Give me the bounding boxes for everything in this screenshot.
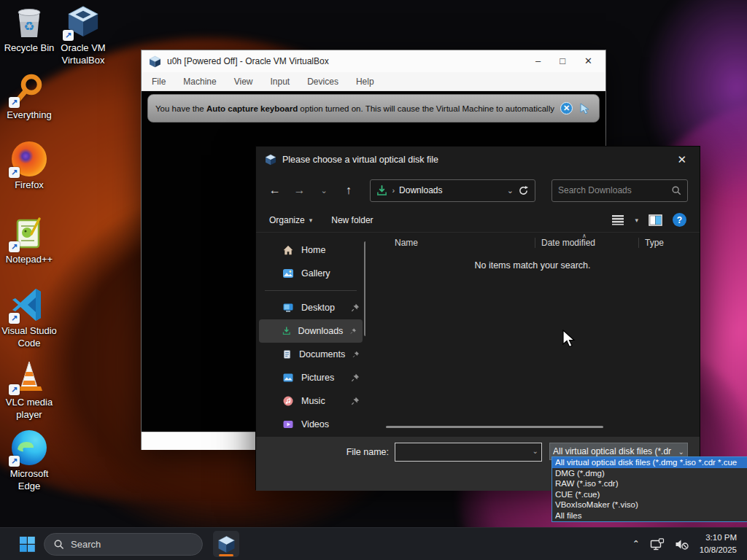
videos-icon xyxy=(282,419,294,430)
desktop-icon-vscode[interactable]: ↗ Visual Studio Code xyxy=(0,287,60,350)
organize-button[interactable]: Organize▾ xyxy=(269,215,312,225)
address-dropdown-icon[interactable]: ⌄ xyxy=(507,186,514,195)
recycle-bin-icon: ♻ xyxy=(12,4,47,39)
file-name-input[interactable] xyxy=(395,443,541,461)
search-input[interactable] xyxy=(558,185,671,195)
svg-text:♻: ♻ xyxy=(23,20,34,34)
vm-menu-help[interactable]: Help xyxy=(356,77,374,87)
file-type-option[interactable]: All files xyxy=(552,510,747,521)
file-type-option[interactable]: All virtual optical disk files (*.dmg *.… xyxy=(552,457,747,468)
sidebar-item-downloads[interactable]: Downloads xyxy=(259,319,363,343)
desktop-icon-label: Firefox xyxy=(0,179,60,192)
file-type-option[interactable]: RAW (*.iso *.cdr) xyxy=(552,478,747,489)
dialog-icon xyxy=(265,154,276,166)
column-header-type[interactable]: Type xyxy=(638,238,664,248)
vm-menu-input[interactable]: Input xyxy=(271,77,290,87)
address-bar[interactable]: › Downloads ⌄ xyxy=(370,179,535,202)
file-type-option[interactable]: VBoxIsoMaker (*.viso) xyxy=(552,499,747,510)
notification-close-icon[interactable]: ✕ xyxy=(560,102,573,114)
taskbar-search[interactable]: Search xyxy=(44,533,203,556)
sort-indicator-icon: ∧ xyxy=(582,233,587,239)
search-icon xyxy=(671,185,681,195)
tray-overflow-icon[interactable]: ⌃ xyxy=(632,539,640,549)
vscode-icon: ↗ xyxy=(12,287,47,322)
shortcut-arrow-icon: ↗ xyxy=(9,384,20,395)
dialog-body: Home Gallery Desktop xyxy=(256,233,700,437)
help-icon[interactable]: ? xyxy=(673,213,686,227)
sidebar-item-desktop[interactable]: Desktop xyxy=(256,296,365,319)
taskbar: Search ⌃ 3:10 PM 10/8/2025 xyxy=(0,527,747,560)
sidebar-item-home[interactable]: Home xyxy=(256,238,365,262)
downloads-folder-icon xyxy=(376,185,387,196)
breadcrumb-location[interactable]: Downloads xyxy=(399,185,503,195)
sidebar-item-label: Downloads xyxy=(298,326,344,336)
volume-muted-icon[interactable] xyxy=(675,538,689,551)
search-icon xyxy=(53,539,64,550)
start-button[interactable] xyxy=(15,532,39,556)
empty-folder-message: No items match your search. xyxy=(365,260,700,271)
file-type-dropdown-list: All virtual optical disk files (*.dmg *.… xyxy=(551,456,747,522)
dialog-sidebar: Home Gallery Desktop xyxy=(256,233,365,437)
sidebar-item-gallery[interactable]: Gallery xyxy=(256,262,365,285)
documents-icon xyxy=(282,349,292,360)
sidebar-item-pictures[interactable]: Pictures xyxy=(256,366,365,389)
pin-icon xyxy=(352,350,360,359)
vm-menu-machine[interactable]: Machine xyxy=(183,77,216,87)
sidebar-separator xyxy=(265,290,357,291)
horizontal-scrollbar[interactable] xyxy=(386,426,603,428)
up-button[interactable]: ↑ xyxy=(341,184,356,197)
sidebar-item-documents[interactable]: Documents xyxy=(256,343,365,366)
sidebar-item-label: Documents xyxy=(299,349,345,359)
virtualbox-icon: ↗ xyxy=(66,4,101,39)
vm-maximize-button[interactable]: □ xyxy=(560,50,565,72)
desktop-icon-firefox[interactable]: ↗ Firefox xyxy=(0,141,60,192)
clock-time: 3:10 PM xyxy=(700,532,737,544)
refresh-icon[interactable] xyxy=(518,185,529,196)
column-header-date-modified[interactable]: ∧Date modified xyxy=(535,238,638,248)
vm-titlebar[interactable]: u0h [Powered Off] - Oracle VM VirtualBox… xyxy=(142,50,605,72)
vm-minimize-button[interactable]: – xyxy=(535,50,541,72)
desktop-icon-virtualbox[interactable]: ↗ Oracle VM VirtualBox xyxy=(53,4,114,67)
virtualbox-taskbar-icon xyxy=(217,535,236,553)
desktop-icon-edge[interactable]: ↗ Microsoft Edge xyxy=(0,430,60,493)
chevron-down-icon[interactable]: ⌄ xyxy=(533,447,538,455)
sidebar-item-label: Gallery xyxy=(301,268,330,279)
dialog-titlebar[interactable]: Please choose a virtual optical disk fil… xyxy=(256,147,700,173)
column-headers: Name ∧Date modified Type xyxy=(365,233,700,253)
dialog-close-button[interactable]: ✕ xyxy=(673,153,691,166)
sidebar-item-videos[interactable]: Videos xyxy=(256,413,365,436)
desktop-icon-recycle-bin[interactable]: ♻ Recycle Bin xyxy=(0,4,60,55)
dialog-toolbar: Organize▾ New folder ▾ ? xyxy=(256,208,700,233)
network-icon[interactable] xyxy=(650,538,665,551)
chevron-down-icon: ▾ xyxy=(309,217,313,224)
shortcut-arrow-icon: ↗ xyxy=(9,456,20,467)
taskbar-clock[interactable]: 3:10 PM 10/8/2025 xyxy=(700,532,737,556)
view-mode-dropdown-icon[interactable]: ▾ xyxy=(635,217,638,224)
desktop-icon-everything[interactable]: ↗ Everything xyxy=(0,71,60,122)
desktop-icon-notepadpp[interactable]: ↗ Notepad++ xyxy=(0,216,60,266)
new-folder-button[interactable]: New folder xyxy=(331,215,373,225)
preview-pane-icon[interactable] xyxy=(649,214,662,226)
vm-close-button[interactable]: ✕ xyxy=(584,50,592,72)
vm-menu-file[interactable]: File xyxy=(152,77,166,87)
taskbar-virtualbox-app[interactable] xyxy=(213,531,239,557)
sidebar-item-label: Home xyxy=(301,245,325,255)
vm-menu-devices[interactable]: Devices xyxy=(307,77,338,87)
file-name-label: File name: xyxy=(256,443,395,462)
recent-locations-button[interactable]: ⌄ xyxy=(317,186,331,195)
desktop-icon-vlc[interactable]: ↗ VLC media player xyxy=(0,359,60,421)
search-box[interactable] xyxy=(551,179,688,202)
column-header-name[interactable]: Name xyxy=(365,238,535,248)
desktop-icon-label: Notepad++ xyxy=(0,254,60,266)
forward-button[interactable]: → xyxy=(293,184,307,197)
file-type-option[interactable]: DMG (*.dmg) xyxy=(552,468,747,479)
vm-menu-view[interactable]: View xyxy=(234,77,253,87)
pin-icon xyxy=(351,397,360,405)
sidebar-item-music[interactable]: Music xyxy=(256,389,365,413)
back-button[interactable]: ← xyxy=(268,184,282,197)
file-name-combobox[interactable]: ⌄ xyxy=(395,443,542,462)
desktop-icon-label: VLC media player xyxy=(0,397,60,421)
shortcut-arrow-icon: ↗ xyxy=(9,241,20,252)
view-mode-icon[interactable] xyxy=(611,214,624,225)
file-type-option[interactable]: CUE (*.cue) xyxy=(552,489,747,500)
